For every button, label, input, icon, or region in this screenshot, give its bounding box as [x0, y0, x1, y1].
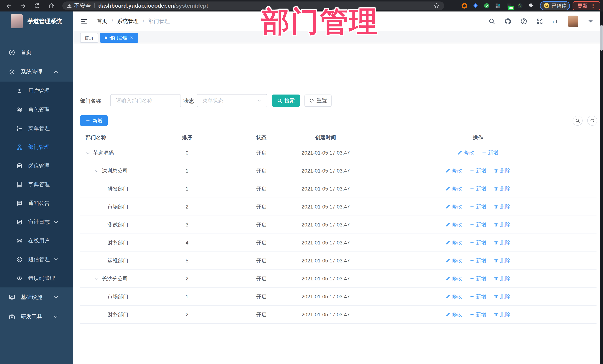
toggle-search-button[interactable] [573, 116, 583, 126]
add-link[interactable]: 新增 [470, 185, 486, 192]
page-scrollbar[interactable] [600, 11, 603, 364]
delete-link[interactable]: 删除 [494, 257, 510, 264]
modify-link[interactable]: 修改 [445, 221, 462, 228]
sidebar-item-系统管理[interactable]: 系统管理 [0, 62, 73, 82]
sidebar-item-首页[interactable]: 首页 [0, 43, 73, 62]
sidebar-item-研发工具[interactable]: 研发工具 [0, 307, 73, 326]
fontsize-icon[interactable]: TT [552, 18, 559, 25]
breadcrumb-current: 部门管理 [148, 18, 170, 25]
dept-name-cell: 测试部门 [80, 216, 143, 234]
user-avatar[interactable] [568, 16, 578, 27]
delete-link[interactable]: 删除 [494, 311, 510, 318]
sidebar-item-通知公告[interactable]: 通知公告 [0, 194, 73, 213]
modify-link[interactable]: 修改 [445, 257, 462, 264]
sidebar-item-菜单管理[interactable]: 菜单管理 [0, 119, 73, 138]
delete-link[interactable]: 删除 [494, 185, 510, 192]
sidebar-item-部门管理[interactable]: 部门管理 [0, 138, 73, 156]
tab-首页[interactable]: 首页 [80, 33, 98, 43]
sidebar-item-在线用户[interactable]: 在线用户 [0, 231, 73, 250]
hamburger-icon[interactable] [80, 18, 88, 25]
modify-link[interactable]: 修改 [458, 149, 474, 156]
delete-link[interactable]: 删除 [494, 239, 510, 246]
breadcrumb-home[interactable]: 首页 [97, 18, 107, 25]
modify-link[interactable]: 修改 [445, 239, 462, 246]
modify-link[interactable]: 修改 [445, 275, 462, 282]
sidebar-item-基础设施[interactable]: 基础设施 [0, 287, 73, 307]
chevron-up-icon [53, 69, 59, 75]
scrollbar-thumb[interactable] [600, 25, 603, 51]
trash-icon [494, 258, 499, 263]
ext-blue-gem-icon[interactable] [472, 3, 479, 9]
modify-link[interactable]: 修改 [445, 203, 462, 210]
dept-name: 市场部门 [107, 204, 128, 210]
sidebar-item-短信管理[interactable]: 短信管理 [0, 250, 73, 269]
expand-arrow-icon[interactable] [94, 276, 99, 281]
browser-profile-chip[interactable]: 已暂停 [540, 1, 570, 10]
github-icon[interactable] [504, 18, 511, 25]
ext-green-check-icon[interactable] [484, 3, 490, 9]
add-link[interactable]: 新增 [470, 203, 486, 210]
add-link[interactable]: 新增 [470, 275, 486, 282]
back-arrow-icon[interactable] [6, 2, 12, 9]
sidebar-item-label: 审计日志 [28, 218, 50, 226]
help-icon[interactable] [520, 18, 527, 25]
sidebar-item-岗位管理[interactable]: 岗位管理 [0, 156, 73, 175]
home-icon[interactable] [48, 2, 55, 9]
code-icon [16, 275, 23, 281]
add-link[interactable]: 新增 [482, 149, 498, 156]
plus-icon [470, 312, 475, 317]
address-bar[interactable]: 不安全 dashboard.yudao.iocoder.cn /system/d… [62, 1, 444, 10]
ext-orange-ring-icon[interactable] [461, 3, 468, 9]
delete-link[interactable]: 删除 [494, 221, 510, 228]
users-icon [16, 107, 23, 113]
dept-name-cell: 市场部门 [80, 198, 143, 216]
delete-link[interactable]: 删除 [494, 167, 510, 174]
ext-key-icon[interactable] [517, 3, 523, 9]
ext-puzzle-icon[interactable] [528, 3, 534, 9]
sidebar-item-错误码管理[interactable]: 错误码管理 [0, 269, 73, 287]
dept-sort-cell: 0 [143, 144, 231, 162]
sidebar-item-审计日志[interactable]: 审计日志 [0, 213, 73, 231]
add-link[interactable]: 新增 [470, 221, 486, 228]
sidebar-header[interactable]: 芋道管理系统 [0, 11, 73, 31]
dept-name-input[interactable] [110, 94, 181, 107]
add-link[interactable]: 新增 [470, 257, 486, 264]
header-search-icon[interactable] [488, 18, 495, 25]
caret-down-icon[interactable] [587, 18, 594, 25]
delete-link[interactable]: 删除 [494, 293, 510, 300]
forward-arrow-icon[interactable] [20, 2, 26, 9]
ext-grid-icon[interactable] [495, 3, 501, 9]
sidebar-item-角色管理[interactable]: 角色管理 [0, 100, 73, 119]
browser-menu-icon[interactable]: ⋮ [591, 3, 595, 9]
dept-actions-cell: 修改新增删除 [359, 234, 596, 252]
breadcrumb-system[interactable]: 系统管理 [117, 18, 139, 25]
add-link[interactable]: 新增 [470, 311, 486, 318]
tab-部门管理[interactable]: 部门管理 [100, 33, 138, 43]
bookmark-star-icon[interactable] [433, 3, 440, 9]
sidebar-item-字典管理[interactable]: 字典管理 [0, 175, 73, 194]
status-select[interactable]: 菜单状态 [197, 94, 267, 107]
modify-link[interactable]: 修改 [445, 293, 462, 300]
add-link[interactable]: 新增 [470, 239, 486, 246]
fullscreen-icon[interactable] [536, 18, 543, 25]
close-icon[interactable] [129, 36, 134, 40]
delete-link[interactable]: 删除 [494, 275, 510, 282]
modify-link[interactable]: 修改 [445, 167, 462, 174]
expand-arrow-icon[interactable] [94, 169, 99, 174]
delete-link[interactable]: 删除 [494, 203, 510, 210]
search-button[interactable]: 搜索 [272, 95, 300, 107]
add-dept-button[interactable]: 新增 [80, 115, 108, 126]
modify-link[interactable]: 修改 [445, 185, 462, 192]
expand-arrow-icon[interactable] [86, 151, 90, 155]
reload-icon[interactable] [34, 2, 40, 9]
ext-puzzle-icon [528, 3, 534, 9]
browser-update-button[interactable]: 更新 ⋮ [573, 1, 600, 10]
add-link[interactable]: 新增 [470, 293, 486, 300]
dept-time-cell: 2021-01-05 17:03:47 [292, 234, 359, 252]
reset-button[interactable]: 重置 [304, 95, 332, 107]
refresh-table-button[interactable] [587, 116, 597, 126]
sidebar-item-用户管理[interactable]: 用户管理 [0, 82, 73, 100]
add-link[interactable]: 新增 [470, 167, 486, 174]
modify-link[interactable]: 修改 [445, 311, 462, 318]
ext-tag-on-icon[interactable]: on [506, 3, 512, 9]
